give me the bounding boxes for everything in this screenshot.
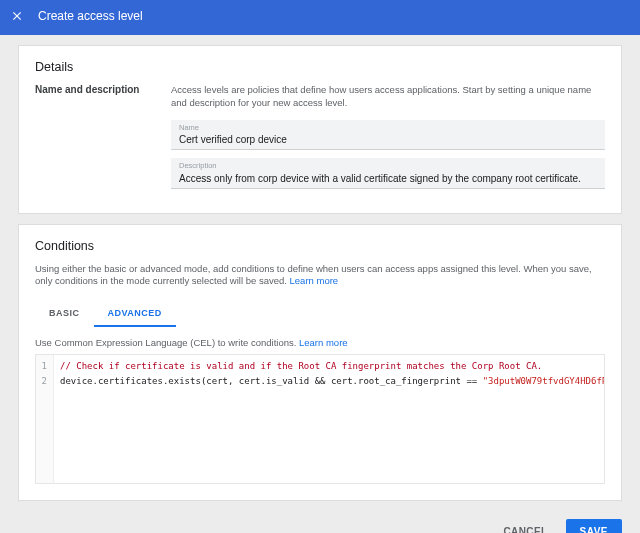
page-title: Create access level bbox=[38, 9, 143, 23]
name-field[interactable]: Name Cert verified corp device bbox=[171, 120, 605, 151]
cancel-button[interactable]: CANCEL bbox=[497, 520, 553, 533]
details-blurb: Access levels are policies that define h… bbox=[171, 84, 605, 110]
details-card: Details Name and description Access leve… bbox=[18, 45, 622, 214]
name-field-value: Cert verified corp device bbox=[179, 133, 597, 146]
code-line-2-string: "3dputW0W79tfvdGY4HD6fPm6VNzlG+x0TRVFvtQ… bbox=[483, 376, 604, 386]
top-bar: Create access level bbox=[0, 0, 640, 32]
cel-note-text: Use Common Expression Language (CEL) to … bbox=[35, 337, 299, 348]
details-side-label: Name and description bbox=[35, 84, 153, 197]
mode-tabs: BASIC ADVANCED bbox=[35, 300, 605, 327]
footer-actions: CANCEL SAVE bbox=[0, 511, 640, 533]
conditions-learn-more-link[interactable]: Learn more bbox=[290, 275, 339, 286]
cel-learn-more-link[interactable]: Learn more bbox=[299, 337, 348, 348]
code-line-1: // Check if certificate is valid and if … bbox=[60, 361, 542, 371]
description-field[interactable]: Description Access only from corp device… bbox=[171, 158, 605, 189]
close-icon[interactable] bbox=[10, 9, 24, 23]
tab-advanced[interactable]: ADVANCED bbox=[94, 300, 176, 326]
name-field-label: Name bbox=[179, 124, 597, 132]
details-heading: Details bbox=[35, 60, 605, 74]
editor-code: // Check if certificate is valid and if … bbox=[54, 355, 604, 483]
description-field-value: Access only from corp device with a vali… bbox=[179, 172, 597, 185]
code-line-2: device.certificates.exists(cert, cert.is… bbox=[60, 376, 604, 386]
editor-gutter: 12 bbox=[36, 355, 54, 483]
description-field-label: Description bbox=[179, 162, 597, 170]
conditions-heading: Conditions bbox=[35, 239, 605, 253]
cel-editor[interactable]: 12 // Check if certificate is valid and … bbox=[35, 354, 605, 484]
conditions-blurb: Using either the basic or advanced mode,… bbox=[35, 263, 605, 289]
conditions-card: Conditions Using either the basic or adv… bbox=[18, 224, 622, 502]
save-button[interactable]: SAVE bbox=[566, 519, 623, 533]
code-line-2a: device.certificates.exists(cert, cert.is… bbox=[60, 376, 483, 386]
cel-note: Use Common Expression Language (CEL) to … bbox=[35, 337, 605, 348]
tab-basic[interactable]: BASIC bbox=[35, 300, 94, 326]
